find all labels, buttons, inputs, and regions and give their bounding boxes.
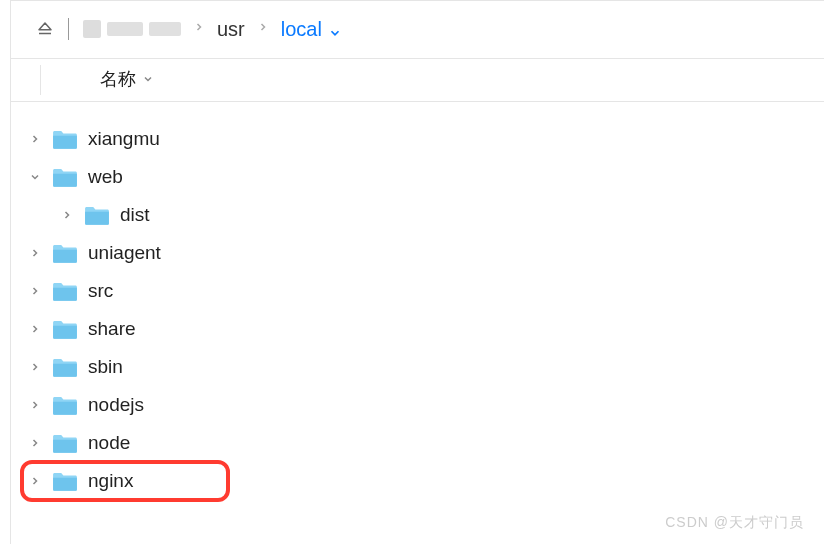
chevron-down-icon [142, 69, 154, 90]
chevron-right-icon[interactable] [24, 247, 46, 259]
chevron-right-icon[interactable] [24, 285, 46, 297]
chevron-down-icon[interactable] [24, 171, 46, 183]
chevron-right-icon[interactable] [56, 209, 78, 221]
tree-row-nginx[interactable]: nginx [24, 462, 824, 500]
folder-name: share [88, 318, 136, 340]
redacted-segment [83, 20, 181, 38]
divider [68, 18, 69, 40]
tree-row-share[interactable]: share [24, 310, 824, 348]
tree-row-dist[interactable]: dist [24, 196, 824, 234]
folder-name: xiangmu [88, 128, 160, 150]
folder-name: web [88, 166, 123, 188]
folder-name: node [88, 432, 130, 454]
tree-row-web[interactable]: web [24, 158, 824, 196]
breadcrumb-usr[interactable]: usr [217, 18, 245, 41]
file-tree: xiangmu web dist uniagent src share sbin… [0, 102, 824, 500]
tree-row-src[interactable]: src [24, 272, 824, 310]
chevron-right-icon[interactable] [24, 475, 46, 487]
folder-icon [52, 394, 78, 416]
tree-row-xiangmu[interactable]: xiangmu [24, 120, 824, 158]
folder-name: sbin [88, 356, 123, 378]
breadcrumb-local-label: local [281, 18, 322, 41]
folder-name: src [88, 280, 113, 302]
tree-row-sbin[interactable]: sbin [24, 348, 824, 386]
breadcrumb-local[interactable]: local [281, 18, 342, 41]
tree-row-nodejs[interactable]: nodejs [24, 386, 824, 424]
breadcrumb: usr local [0, 0, 824, 58]
chevron-down-icon [328, 22, 342, 36]
folder-icon [52, 128, 78, 150]
watermark: CSDN @天才守门员 [665, 514, 804, 532]
folder-icon [52, 470, 78, 492]
chevron-right-icon [193, 16, 205, 42]
folder-icon [52, 318, 78, 340]
chevron-right-icon[interactable] [24, 437, 46, 449]
folder-icon [52, 356, 78, 378]
chevron-right-icon[interactable] [24, 133, 46, 145]
chevron-right-icon[interactable] [24, 361, 46, 373]
folder-icon [52, 432, 78, 454]
eject-icon[interactable] [36, 20, 54, 38]
tree-row-uniagent[interactable]: uniagent [24, 234, 824, 272]
column-header-name-label: 名称 [100, 67, 136, 91]
chevron-right-icon[interactable] [24, 323, 46, 335]
tree-row-node[interactable]: node [24, 424, 824, 462]
chevron-right-icon[interactable] [24, 399, 46, 411]
folder-icon [52, 242, 78, 264]
folder-name: uniagent [88, 242, 161, 264]
folder-icon [52, 166, 78, 188]
folder-name: dist [120, 204, 150, 226]
folder-icon [84, 204, 110, 226]
column-header-name[interactable]: 名称 [100, 67, 154, 91]
folder-name: nginx [88, 470, 133, 492]
folder-name: nodejs [88, 394, 144, 416]
folder-icon [52, 280, 78, 302]
column-header-row: 名称 [10, 58, 824, 102]
chevron-right-icon [257, 16, 269, 42]
